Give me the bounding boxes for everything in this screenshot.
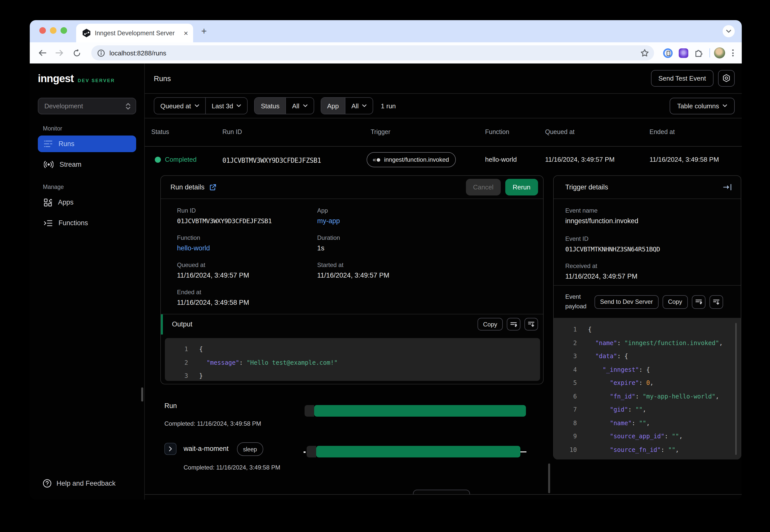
code-line: 2 "message": "Hello test@example.com!" — [165, 356, 540, 369]
event-payload-title: Event payload — [565, 292, 591, 311]
sidebar-item-label: Stream — [59, 161, 81, 168]
event-name-label: Event name — [565, 207, 598, 214]
started-at-value: 11/16/2024, 3:49:57 PM — [317, 272, 389, 279]
main-pane: Runs Send Test Event Queued at Last 3d — [145, 63, 742, 500]
row-queued-at: 11/16/2024, 3:49:57 PM — [545, 156, 615, 163]
run-id-value: 01JCVBTMV3WXY9D3CFDEJFZSB1 — [177, 217, 272, 225]
url-text[interactable]: localhost:8288/runs — [109, 49, 641, 57]
code-line: 5 "expire": 0, — [554, 376, 741, 390]
row-run-id: 01JCVBTMV3WXY9D3CFDEJFZSB1 — [223, 157, 321, 164]
table-columns-button[interactable]: Table columns — [670, 97, 735, 114]
page-title: Runs — [154, 74, 651, 82]
browser-toolbar: localhost:8288/runs — [30, 42, 742, 63]
tab-title: Inngest Development Server — [95, 29, 180, 37]
code-line: 1{ — [554, 323, 741, 336]
tab-close-icon[interactable]: × — [183, 29, 188, 37]
chevron-updown-icon — [125, 103, 130, 110]
send-test-event-button[interactable]: Send Test Event — [651, 70, 714, 87]
collapse-panel-icon[interactable] — [723, 184, 732, 190]
toolbar-divider — [710, 48, 710, 57]
run-id-label: Run ID — [177, 207, 196, 214]
row-status: Completed — [165, 156, 197, 163]
output-section-header: Output Copy — [161, 314, 543, 334]
help-label: Help and Feedback — [56, 480, 115, 487]
event-payload-header: Event payload Send to Dev Server Copy — [554, 285, 741, 318]
trigger-badge[interactable]: « inngest/function.invoked — [367, 152, 456, 167]
function-link[interactable]: hello-world — [177, 244, 210, 252]
address-bar[interactable]: localhost:8288/runs — [91, 45, 654, 60]
app-filter[interactable]: App All — [321, 97, 373, 114]
time-range-select[interactable]: Last 3d — [205, 98, 247, 114]
browser-tab[interactable]: Inngest Development Server × — [76, 24, 193, 42]
received-at-label: Received at — [565, 262, 597, 270]
table-row[interactable]: Completed 01JCVBTMV3WXY9D3CFDEJFZSB1 « i… — [145, 147, 742, 174]
app-filter-label: App — [321, 98, 345, 114]
run-queue-bar — [305, 405, 314, 417]
app-content: inngest DEV SERVER Development Monitor R… — [30, 63, 742, 500]
col-run-id: Run ID — [223, 128, 242, 136]
profile-avatar[interactable] — [714, 47, 725, 58]
app-link[interactable]: my-app — [317, 217, 340, 225]
ended-at-label: Ended at — [177, 289, 201, 296]
environment-selector[interactable]: Development — [38, 98, 136, 114]
step-start-tick — [304, 451, 306, 453]
tab-search-button[interactable] — [723, 25, 735, 37]
load-more-button-partial[interactable] — [413, 490, 470, 494]
time-field-select[interactable]: Queued at — [154, 98, 205, 114]
help-and-feedback[interactable]: Help and Feedback — [43, 479, 115, 488]
password-manager-extension-icon[interactable] — [662, 47, 674, 59]
forward-button[interactable] — [53, 46, 66, 59]
code-line: 11 "source_fn_v": 0 — [554, 456, 741, 459]
status-filter-value[interactable]: All — [285, 98, 313, 114]
step-duration-bar[interactable] — [316, 446, 520, 457]
sidebar-item-label: Runs — [58, 140, 74, 148]
status-filter[interactable]: Status All — [255, 97, 314, 114]
event-payload-code-block[interactable]: 1{2 "name": "inngest/function.invoked",3… — [554, 318, 741, 459]
details-pane-scrollbar[interactable] — [548, 463, 550, 493]
settings-gear-button[interactable] — [718, 70, 735, 87]
inngest-logo: inngest — [38, 73, 74, 85]
external-link-icon[interactable] — [209, 184, 216, 191]
step-expand-button[interactable] — [164, 443, 176, 455]
payload-scrollbar[interactable] — [735, 323, 737, 455]
output-wrap-button[interactable] — [507, 318, 520, 330]
code-line: 8 "name": "", — [554, 416, 741, 430]
output-code-block[interactable]: 1{2 "message": "Hello test@example.com!"… — [165, 338, 540, 381]
cancel-button[interactable]: Cancel — [466, 179, 500, 195]
rerun-button[interactable]: Rerun — [505, 179, 538, 195]
run-details-card: Run details Cancel Rerun Run ID 01JCVBTM… — [160, 175, 543, 384]
row-ended-at: 11/16/2024, 3:49:58 PM — [650, 156, 719, 163]
run-duration-bar[interactable] — [314, 405, 526, 417]
event-trigger-icon: « — [373, 156, 380, 163]
chevron-down-icon — [237, 104, 241, 107]
extensions-puzzle-icon[interactable] — [693, 47, 705, 59]
sidebar-item-stream[interactable]: Stream — [38, 156, 136, 173]
new-tab-button[interactable]: + — [201, 26, 207, 36]
back-button[interactable] — [36, 46, 49, 59]
timeline-step-name: wait-a-moment — [183, 445, 229, 452]
event-name-value: inngest/function.invoked — [565, 217, 639, 225]
sidebar-item-runs[interactable]: Runs — [38, 136, 136, 152]
zoom-window-button[interactable] — [60, 27, 67, 34]
site-info-icon[interactable] — [97, 49, 105, 57]
send-to-dev-server-button[interactable]: Send to Dev Server — [595, 295, 658, 309]
bookmark-star-icon[interactable] — [641, 49, 649, 57]
sidebar-scrollbar[interactable] — [141, 387, 143, 402]
browser-menu-icon[interactable] — [730, 47, 736, 58]
sidebar-item-functions[interactable]: Functions — [38, 215, 136, 231]
output-copy-button[interactable]: Copy — [477, 318, 503, 330]
gear-icon — [722, 74, 731, 83]
minimize-window-button[interactable] — [50, 27, 56, 34]
payload-wrap-button[interactable] — [692, 295, 705, 309]
close-window-button[interactable] — [39, 27, 46, 34]
app-filter-value[interactable]: All — [345, 98, 373, 114]
payload-copy-button[interactable]: Copy — [662, 295, 688, 309]
time-filter[interactable]: Queued at Last 3d — [154, 97, 248, 114]
window-controls[interactable] — [39, 27, 67, 34]
reload-button[interactable] — [70, 46, 83, 59]
output-expand-button[interactable] — [524, 318, 538, 330]
purple-extension-icon[interactable] — [677, 47, 689, 59]
sidebar-item-apps[interactable]: Apps — [38, 194, 136, 211]
payload-expand-button[interactable] — [709, 295, 723, 309]
chevron-down-icon — [195, 104, 199, 107]
